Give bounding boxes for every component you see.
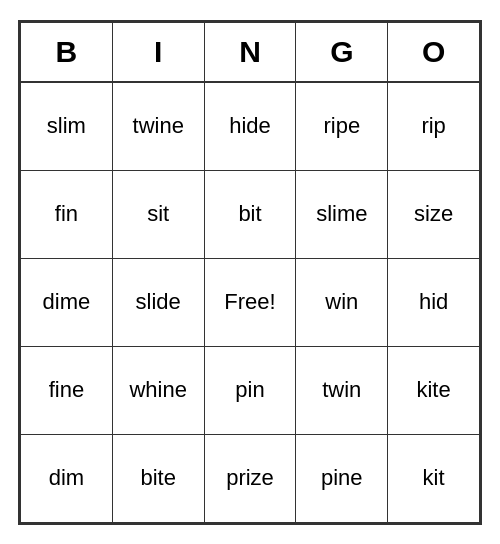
cell-r1-c2: bit <box>204 170 296 258</box>
cell-r1-c1: sit <box>112 170 204 258</box>
col-n: N <box>204 22 296 82</box>
cell-r2-c3: win <box>296 258 388 346</box>
table-row: dimbiteprizepinekit <box>21 434 480 522</box>
cell-r4-c0: dim <box>21 434 113 522</box>
cell-r3-c0: fine <box>21 346 113 434</box>
cell-r3-c4: kite <box>388 346 480 434</box>
bingo-card: B I N G O slimtwinehideriperipfinsitbits… <box>18 20 482 525</box>
cell-r2-c0: dime <box>21 258 113 346</box>
cell-r0-c2: hide <box>204 82 296 170</box>
cell-r1-c0: fin <box>21 170 113 258</box>
cell-r3-c1: whine <box>112 346 204 434</box>
cell-r0-c0: slim <box>21 82 113 170</box>
cell-r4-c1: bite <box>112 434 204 522</box>
table-row: finsitbitslimesize <box>21 170 480 258</box>
table-row: dimeslideFree!winhid <box>21 258 480 346</box>
cell-r1-c3: slime <box>296 170 388 258</box>
cell-r3-c2: pin <box>204 346 296 434</box>
cell-r1-c4: size <box>388 170 480 258</box>
cell-r0-c4: rip <box>388 82 480 170</box>
cell-r4-c4: kit <box>388 434 480 522</box>
cell-r0-c1: twine <box>112 82 204 170</box>
header-row: B I N G O <box>21 22 480 82</box>
cell-r3-c3: twin <box>296 346 388 434</box>
cell-r2-c4: hid <box>388 258 480 346</box>
cell-r0-c3: ripe <box>296 82 388 170</box>
cell-r2-c2: Free! <box>204 258 296 346</box>
col-o: O <box>388 22 480 82</box>
col-b: B <box>21 22 113 82</box>
cell-r4-c3: pine <box>296 434 388 522</box>
col-g: G <box>296 22 388 82</box>
cell-r2-c1: slide <box>112 258 204 346</box>
col-i: I <box>112 22 204 82</box>
bingo-table: B I N G O slimtwinehideriperipfinsitbits… <box>20 22 480 523</box>
table-row: finewhinepintwinkite <box>21 346 480 434</box>
cell-r4-c2: prize <box>204 434 296 522</box>
table-row: slimtwinehideriperip <box>21 82 480 170</box>
